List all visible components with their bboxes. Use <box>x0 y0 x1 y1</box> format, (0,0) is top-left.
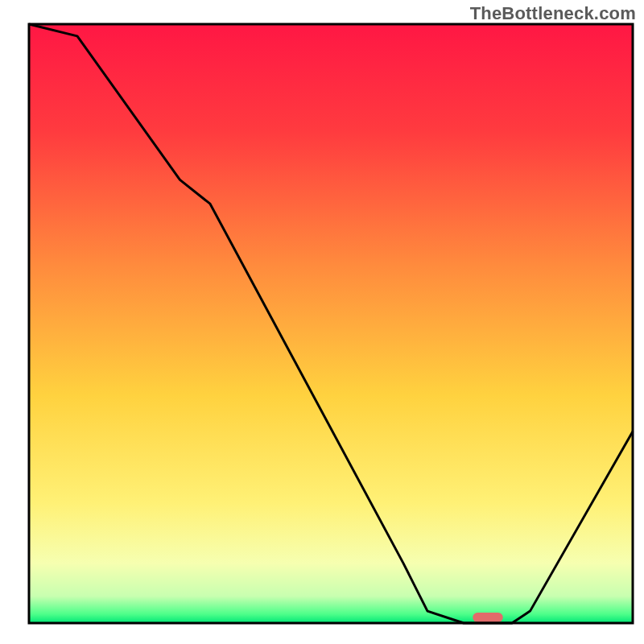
bottleneck-chart <box>0 0 644 644</box>
plot-background <box>29 24 633 623</box>
target-marker <box>473 613 503 622</box>
chart-container: TheBottleneck.com <box>0 0 644 644</box>
